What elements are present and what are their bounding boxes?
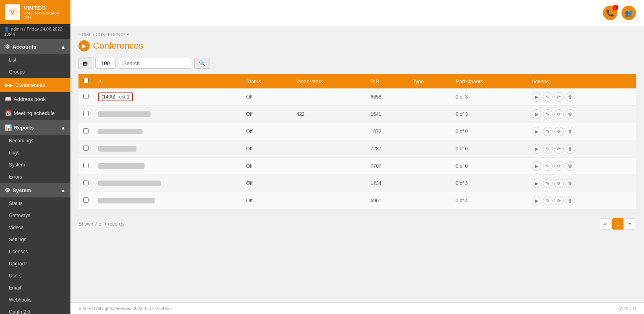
sidebar: V VINTEO Video Communication Core 👤 admi… <box>0 0 70 314</box>
table-row: Off 1234 0 of 3 ▶ ✎ ⟳ 🗑 <box>78 175 636 192</box>
sidebar-item-licenses[interactable]: Licenses <box>0 246 70 258</box>
play-button[interactable]: ▶ <box>532 161 541 171</box>
table-row: Off 7287 0 of 0 ▶ ✎ ⟳ 🗑 <box>78 140 636 158</box>
row-checkbox[interactable] <box>83 94 89 99</box>
prev-page-button[interactable]: « <box>600 218 611 230</box>
search-button[interactable]: 🔍 <box>194 58 210 69</box>
refresh-button[interactable]: ⟳ <box>554 92 564 102</box>
table-row: Off 1072 0 of 0 ▶ ✎ ⟳ 🗑 <box>78 123 636 140</box>
edit-button[interactable]: ✎ <box>543 161 553 171</box>
reports-header[interactable]: 📊Reports ▲ <box>0 120 70 135</box>
edit-button[interactable]: ✎ <box>543 196 553 205</box>
sidebar-item-address-book[interactable]: 📖 Address book <box>0 92 70 106</box>
call-icon: 📞 <box>606 9 614 17</box>
row-participants-cell: 0 of 0 <box>451 140 527 158</box>
row-moderators-cell <box>292 123 366 140</box>
refresh-button[interactable]: ⟳ <box>554 127 564 136</box>
next-page-button[interactable]: » <box>625 218 636 230</box>
delete-button[interactable]: 🗑 <box>566 127 575 136</box>
row-status-cell: Off <box>242 175 292 192</box>
row-pin-cell: 6961 <box>366 192 408 209</box>
table-row: Off 7707 0 of 0 ▶ ✎ ⟳ 🗑 <box>78 158 636 175</box>
sidebar-item-errors[interactable]: Errors <box>0 171 70 183</box>
conference-name-highlighted[interactable]: (1400) Test 1 <box>98 92 133 101</box>
breadcrumb-current: CONFERENCES <box>95 32 129 37</box>
row-checkbox[interactable] <box>83 197 89 203</box>
delete-button[interactable]: 🗑 <box>566 144 575 154</box>
delete-button[interactable]: 🗑 <box>566 196 575 205</box>
play-button[interactable]: ▶ <box>532 179 541 188</box>
refresh-button[interactable]: ⟳ <box>554 109 564 119</box>
refresh-button[interactable]: ⟳ <box>554 144 564 154</box>
pagination: « 1 » <box>600 218 636 230</box>
refresh-button[interactable]: ⟳ <box>554 161 564 171</box>
play-button[interactable]: ▶ <box>532 144 541 154</box>
search-input[interactable] <box>119 58 191 69</box>
breadcrumb-home[interactable]: HOME <box>78 32 92 37</box>
sidebar-item-logs[interactable]: Logs <box>0 147 70 159</box>
call-icon-btn[interactable]: 📞 2 <box>603 6 617 20</box>
contacts-icon-btn[interactable]: 👥 <box>621 6 636 20</box>
edit-button[interactable]: ✎ <box>543 92 553 102</box>
sidebar-item-conferences[interactable]: ▶▶ Conferences <box>0 78 70 92</box>
sidebar-item-upgrade[interactable]: Upgrade <box>0 258 70 270</box>
system-header[interactable]: ⚙System ▲ <box>0 183 70 197</box>
topbar-icons: 📞 2 👥 <box>603 6 636 20</box>
contacts-icon: 👥 <box>625 9 633 17</box>
sidebar-item-users[interactable]: Users <box>0 270 70 282</box>
sidebar-item-meeting-schedule[interactable]: 📅 Meeting schedule <box>0 106 70 120</box>
sidebar-item-groups[interactable]: Groups <box>0 66 70 78</box>
sidebar-item-email[interactable]: Email <box>0 282 70 294</box>
select-all-header <box>78 74 93 88</box>
row-checkbox[interactable] <box>83 128 89 133</box>
table-header-row: # Status Moderators PIN Type Participant… <box>78 74 636 88</box>
edit-button[interactable]: ✎ <box>543 179 553 188</box>
edit-button[interactable]: ✎ <box>543 127 553 136</box>
select-all-checkbox[interactable] <box>83 78 89 83</box>
play-button[interactable]: ▶ <box>532 196 541 205</box>
delete-button[interactable]: 🗑 <box>566 161 575 171</box>
sidebar-item-list[interactable]: List <box>0 54 70 66</box>
sidebar-item-system-report[interactable]: System <box>0 159 70 171</box>
row-checkbox[interactable] <box>83 111 89 116</box>
sidebar-item-oauth[interactable]: Oauth 2.0 <box>0 306 70 314</box>
edit-button[interactable]: ✎ <box>543 109 553 119</box>
row-checkbox-cell <box>78 88 93 106</box>
sidebar-item-settings[interactable]: Settings <box>0 234 70 246</box>
delete-button[interactable]: 🗑 <box>566 109 575 119</box>
refresh-button[interactable]: ⟳ <box>554 196 564 205</box>
play-button[interactable]: ▶ <box>532 92 541 102</box>
sidebar-item-webhooks[interactable]: Webhooks <box>0 294 70 306</box>
sidebar-item-gateways[interactable]: Gateways <box>0 209 70 222</box>
accounts-header[interactable]: ⚙Accounts ▲ <box>0 39 70 54</box>
conference-name-blurred <box>98 181 161 186</box>
refresh-button[interactable]: ⟳ <box>554 179 564 188</box>
play-button[interactable]: ▶ <box>532 127 541 136</box>
play-button[interactable]: ▶ <box>532 109 541 119</box>
row-checkbox[interactable] <box>83 163 89 168</box>
sidebar-item-videos[interactable]: Videos <box>0 222 70 234</box>
delete-button[interactable]: 🗑 <box>566 92 575 102</box>
system-section: ⚙System ▲ Status Gateways Videos Setting… <box>0 183 70 314</box>
row-participants-cell: 0 of 0 <box>451 158 527 175</box>
row-actions-cell: ▶ ✎ ⟳ 🗑 <box>527 123 636 140</box>
toolbar: ▦ 100 🔍 <box>78 57 636 69</box>
records-info: Shown 7 of 7 records <box>78 221 124 227</box>
sidebar-item-recordings[interactable]: Recordings <box>0 135 70 147</box>
edit-button[interactable]: ✎ <box>543 144 553 154</box>
row-checkbox-cell <box>78 106 93 123</box>
page-1-button[interactable]: 1 <box>612 218 623 230</box>
row-checkbox[interactable] <box>83 180 89 185</box>
accounts-section: ⚙Accounts ▲ List Groups <box>0 39 70 78</box>
col-pin: PIN <box>366 74 408 88</box>
row-pin-cell: 7707 <box>366 158 408 175</box>
grid-view-button[interactable]: ▦ <box>78 57 92 69</box>
conference-name-blurred <box>98 111 151 117</box>
page-size-display: 100 <box>95 58 116 69</box>
row-checkbox-cell <box>78 158 93 175</box>
delete-button[interactable]: 🗑 <box>566 179 575 188</box>
sidebar-item-status[interactable]: Status <box>0 197 70 209</box>
row-actions-cell: ▶ ✎ ⟳ 🗑 <box>527 140 636 158</box>
row-actions-cell: ▶ ✎ ⟳ 🗑 <box>527 175 636 192</box>
row-checkbox[interactable] <box>83 146 89 151</box>
